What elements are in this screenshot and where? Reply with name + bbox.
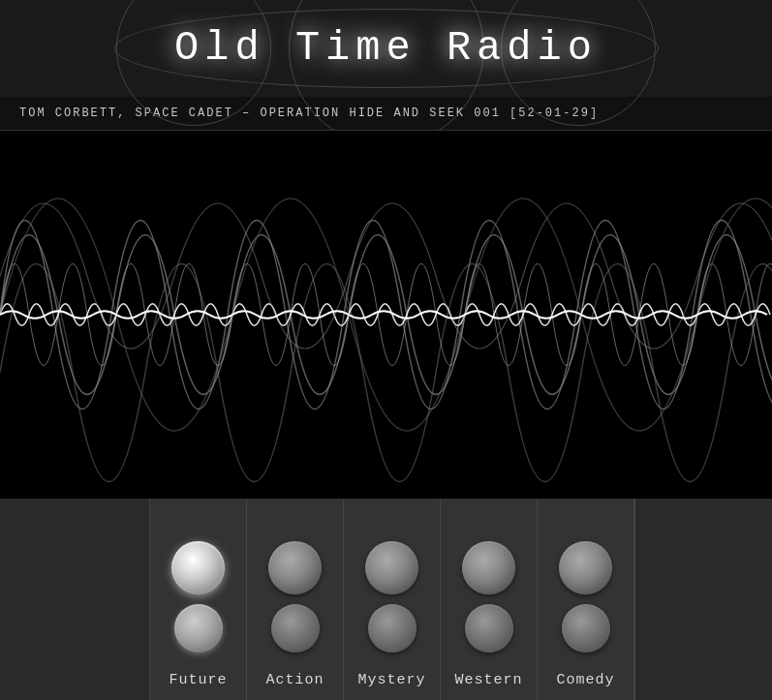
mystery-top-button[interactable] <box>365 541 418 594</box>
comedy-label: Comedy <box>556 672 614 688</box>
western-label: Western <box>454 672 522 688</box>
western-bottom-button[interactable] <box>465 604 513 653</box>
future-label: Future <box>169 672 227 688</box>
app-title: Old Time Radio <box>174 25 598 72</box>
action-bottom-button[interactable] <box>271 604 320 653</box>
comedy-top-button[interactable] <box>559 541 612 594</box>
mystery-bottom-button[interactable] <box>368 604 417 653</box>
genre-spacer-right <box>634 499 772 700</box>
genre-item-action[interactable]: Action <box>247 499 344 700</box>
future-top-button[interactable] <box>171 541 225 594</box>
genre-spacer-left <box>0 499 150 700</box>
comedy-buttons <box>559 541 612 653</box>
genre-item-western[interactable]: Western <box>441 499 538 700</box>
comedy-bottom-button[interactable] <box>562 604 610 653</box>
future-buttons <box>171 541 225 653</box>
action-label: Action <box>265 672 324 688</box>
genre-item-mystery[interactable]: Mystery <box>344 499 441 700</box>
waveform-display <box>0 131 772 499</box>
future-bottom-button[interactable] <box>174 604 223 653</box>
app-header: Old Time Radio <box>0 0 772 97</box>
genre-item-comedy[interactable]: Comedy <box>538 499 634 700</box>
action-top-button[interactable] <box>268 541 322 594</box>
genre-item-future[interactable]: Future <box>150 499 247 700</box>
action-buttons <box>268 541 322 653</box>
western-buttons <box>462 541 515 653</box>
western-top-button[interactable] <box>462 541 515 594</box>
mystery-buttons <box>365 541 418 653</box>
mystery-label: Mystery <box>357 672 425 688</box>
genre-bar: Future Action Mystery Western Comedy <box>0 499 772 700</box>
waveform-svg <box>0 131 772 499</box>
